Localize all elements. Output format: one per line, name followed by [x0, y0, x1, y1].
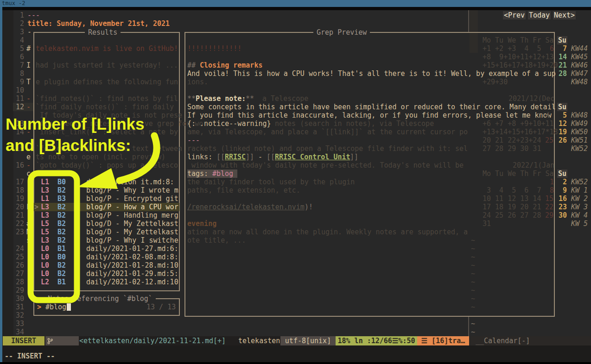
note-link[interactable]: /renerocksai/telekasten.nvim: [187, 203, 305, 211]
calendar-day[interactable]: 30: [559, 211, 567, 220]
calendar-week-label: KW52: [571, 178, 588, 186]
result-row[interactable]: L0B1⬇daily/2021-01-27.md:6:: [34, 245, 179, 253]
backlinks-count: B2: [57, 270, 66, 278]
line-number: 31: [10, 303, 24, 311]
empty-line-marker: ~: [471, 236, 475, 245]
note-down-arrow-icon: ⬇: [76, 278, 80, 286]
calendar-day[interactable]: 5: [563, 111, 567, 119]
note-down-arrow-icon: ⬇: [76, 203, 80, 211]
line-number: 17: [10, 178, 24, 186]
result-file-name: blog/P - Handling merg: [86, 211, 178, 220]
buffer-text: ---: [27, 11, 40, 19]
calendar-day[interactable]: 2: [563, 178, 567, 186]
buffer-text: c: [26, 169, 31, 178]
line-number: 21: [10, 211, 24, 220]
bleed-text: telekasten.nvim is live on GitHub!: [36, 44, 178, 53]
result-row[interactable]: L1B0⬇do i mention it.md:8:: [34, 178, 179, 186]
calendar-week-label: KW50: [571, 128, 588, 136]
calendar-day[interactable]: 7: [563, 44, 567, 53]
result-row[interactable]: L5B2⬇blog/D - My Zettelkast: [34, 220, 179, 228]
calendar-day[interactable]: 14: [559, 53, 567, 61]
result-row[interactable]: L0B2⬇daily/2021-01-28.md:10: [34, 261, 179, 270]
buffer-text: Closing remarks: [200, 61, 262, 69]
note-link[interactable]: RRISC: [225, 153, 246, 161]
note-down-arrow-icon: ⬇: [76, 195, 80, 203]
calendar-day: 8: [550, 186, 554, 195]
buffer-text: ]]: [246, 153, 254, 161]
bleed-text: had just started it yesterday! ...: [36, 61, 178, 69]
calendar-week-label: KW48: [571, 78, 588, 86]
buffer-text: Please note:: [196, 94, 246, 103]
note-down-arrow-icon: ⬇: [76, 220, 80, 228]
bleed-text: +13+14+15+16+17*18: [483, 128, 558, 136]
backlinks-count: B2: [57, 261, 66, 270]
result-file-name: daily/2021-02-08.md:8:: [86, 253, 178, 261]
links-count: L1: [41, 195, 49, 203]
calendar-week-label: KW47: [571, 69, 588, 78]
result-row[interactable]: >L3B2⬇blog/P - How a CPU wor: [34, 203, 179, 211]
annotation-text-line1: Number of [L]inks: [6, 113, 144, 135]
buffer-text: F: [26, 203, 31, 211]
bleed-text: ote title, ...: [187, 236, 246, 245]
calendar-day[interactable]: 12: [559, 119, 567, 128]
mode-indicator-segment: INSERT: [3, 336, 44, 345]
empty-line-marker: ~: [471, 261, 475, 270]
backlinks-count: B2: [57, 228, 66, 236]
empty-line-marker: ~: [471, 295, 475, 303]
line-number: 10: [10, 86, 24, 94]
calendar-day[interactable]: 23: [559, 203, 567, 211]
line-number: 30: [10, 295, 24, 303]
buffer-text: title: Sunday, November 21st, 2021: [27, 19, 170, 28]
links-count: L1: [41, 178, 49, 186]
calendar-day[interactable]: 26: [559, 136, 567, 144]
plugin-name-segment: telekasten: [235, 336, 280, 345]
line-number: 20: [10, 203, 24, 211]
note-link[interactable]: RRISC Control Unit: [275, 153, 350, 161]
result-row[interactable]: L3B2⬇blog/P - Why I wrote m: [34, 186, 179, 195]
note-down-arrow-icon: ⬇: [76, 245, 80, 253]
buffer-text: s: [26, 236, 31, 245]
buffer-text: **: [246, 94, 254, 103]
line-number: 8: [10, 69, 24, 78]
links-count: L5: [41, 228, 49, 236]
note-down-arrow-icon: ⬇: [76, 178, 80, 186]
calendar-day[interactable]: 19: [559, 128, 567, 136]
result-row[interactable]: L2B1⬇daily/2021-02-12.md:10: [34, 278, 179, 286]
empty-line-marker: ~: [471, 320, 475, 328]
buffer-text: -: [254, 153, 267, 161]
result-row[interactable]: L1B3⬇blog/P - Encrypted git: [34, 195, 179, 203]
line-number: 9: [10, 78, 24, 86]
bleed-text: Mo Tu We Th Fr Sa: [483, 169, 554, 178]
calendar-day-header: Su: [557, 169, 567, 178]
backlinks-count: B2: [57, 186, 66, 195]
empty-line-marker: ~: [471, 253, 475, 261]
buffer-text: If you find this article inaccurate, lac…: [187, 111, 552, 119]
note-down-arrow-icon: ⬇: [76, 270, 80, 278]
buffer-text: **: [187, 94, 196, 103]
result-row[interactable]: L5B2⬇blog/D - My Zettelkast: [34, 228, 179, 236]
bleed-text: 31: [483, 220, 491, 228]
buffer-text: tags:: [187, 169, 212, 178]
result-row[interactable]: L0B0⬇daily/2021-02-08.md:8:: [34, 253, 179, 261]
line-number: 2: [10, 19, 24, 28]
result-row[interactable]: L3B2⬇blog/P - Why I switche: [34, 236, 179, 245]
result-row[interactable]: L0B2⬇daily/2021-01-29.md:5:: [34, 270, 179, 278]
backlinks-count: B1: [57, 278, 66, 286]
links-count: L3: [41, 236, 49, 245]
line-number: 6: [10, 53, 24, 61]
calendar-day[interactable]: 16: [559, 195, 567, 203]
calendar-day[interactable]: 9: [563, 186, 567, 195]
links-count: L0: [41, 253, 49, 261]
calendar-day[interactable]: 28: [559, 69, 567, 78]
bleed-text: the daily finder tool used by the plugin: [187, 178, 355, 186]
calendar-week-label: KW 3: [571, 203, 588, 211]
line-number: 1: [10, 11, 24, 19]
note-down-arrow-icon: ⬇: [76, 211, 80, 220]
bleed-text: a Telescope: [262, 94, 308, 103]
backlinks-count: B3: [57, 195, 66, 203]
calendar-day: 25: [545, 136, 553, 144]
result-file-name: blog/D - My Zettelkast: [86, 228, 178, 236]
calendar-day[interactable]: 21: [559, 61, 567, 69]
result-row[interactable]: L3B2⬇blog/P - Handling merg: [34, 211, 179, 220]
line-number: 7: [10, 61, 24, 69]
